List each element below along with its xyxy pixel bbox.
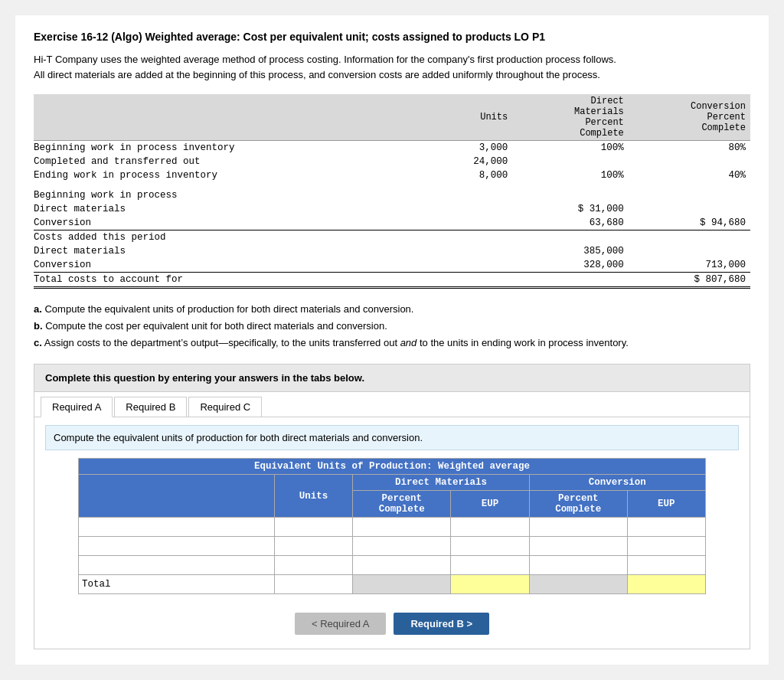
dm-cost-conv <box>629 202 750 216</box>
tab-required-a[interactable]: Required A <box>41 397 113 417</box>
equiv-row3-dm-pct[interactable] <box>353 556 451 575</box>
equiv-row-3 <box>79 556 706 575</box>
equiv-row2-label-input[interactable] <box>83 539 270 553</box>
instructions: a. Compute the equivalent units of produ… <box>34 301 750 351</box>
equiv-row2-label[interactable] <box>79 537 275 556</box>
equiv-empty-header <box>79 475 275 518</box>
equiv-row3-dm-eup[interactable] <box>451 556 529 575</box>
completed-units: 24,000 <box>411 155 513 168</box>
total-dm-pct-blank <box>353 575 451 594</box>
conv-added-label: Conversion <box>34 258 411 273</box>
equiv-row1-units-input[interactable] <box>279 520 348 534</box>
tab-required-b[interactable]: Required B <box>114 397 187 417</box>
equiv-row1-conv-eup[interactable] <box>627 518 705 537</box>
total-costs-label: Total costs to account for <box>34 273 411 288</box>
dm-added-label: Direct materials <box>34 244 411 258</box>
equiv-row2-units-input[interactable] <box>279 539 348 553</box>
col-dm-header: Direct Materials Percent Complete <box>512 94 629 141</box>
equiv-row-1 <box>79 518 706 537</box>
total-units-input[interactable] <box>279 577 348 591</box>
equiv-row1-label-input[interactable] <box>83 520 270 534</box>
total-conv-eup-input[interactable] <box>632 577 701 591</box>
complete-prompt: Complete this question by entering your … <box>34 364 750 392</box>
col-units-header: Units <box>411 94 513 141</box>
equiv-row3-dm-eup-input[interactable] <box>456 558 524 572</box>
instruction-c2: to the units in ending work in process i… <box>416 337 629 348</box>
equiv-row1-conv-pct-input[interactable] <box>534 520 622 534</box>
tab-a-instruction: Compute the equivalent units of producti… <box>45 425 739 450</box>
instruction-c-label: c. <box>34 337 42 348</box>
info-table: Units Direct Materials Percent Complete … <box>34 94 750 289</box>
equiv-row1-dm-eup[interactable] <box>451 518 529 537</box>
equiv-row1-units[interactable] <box>274 518 352 537</box>
tabs-container: Required A Required B Required C Compute… <box>34 392 750 649</box>
dm-cost-label: Direct materials <box>34 202 411 216</box>
equiv-row3-label[interactable] <box>79 556 275 575</box>
equiv-row3-label-input[interactable] <box>83 558 270 572</box>
equiv-row1-label[interactable] <box>79 518 275 537</box>
equiv-row3-conv-eup[interactable] <box>627 556 705 575</box>
costs-added-label: Costs added this period <box>34 230 411 245</box>
row-completed: Completed and transferred out 24,000 <box>34 155 750 168</box>
row-total-costs: Total costs to account for $ 807,680 <box>34 273 750 288</box>
instruction-a: Compute the equivalent units of producti… <box>44 303 413 315</box>
equiv-row2-dm-pct[interactable] <box>353 537 451 556</box>
tab-required-c[interactable]: Required C <box>188 397 262 417</box>
dm-cost-value: $ 31,000 <box>512 202 629 216</box>
instruction-b: Compute the cost per equivalent unit for… <box>45 320 387 332</box>
bottom-buttons: < Required A Required B > <box>45 605 739 641</box>
instruction-b-label: b. <box>34 320 43 332</box>
equiv-row1-dm-pct[interactable] <box>353 518 451 537</box>
equiv-conv-header: Conversion <box>529 475 705 491</box>
equiv-row1-conv-eup-input[interactable] <box>632 520 701 534</box>
equiv-row3-dm-pct-input[interactable] <box>358 558 446 572</box>
prev-button[interactable]: < Required A <box>295 613 387 635</box>
equiv-row1-dm-pct-input[interactable] <box>358 520 446 534</box>
dm-added-conv <box>629 244 750 258</box>
equiv-row3-units-input[interactable] <box>279 558 348 572</box>
col-conv-header: Conversion Percent Complete <box>629 94 750 141</box>
completed-dm <box>512 155 629 168</box>
equiv-row3-conv-pct-input[interactable] <box>534 558 622 572</box>
desc1: Hi-T Company uses the weighted average m… <box>34 54 616 65</box>
bwip-dm: 100% <box>512 141 629 155</box>
equiv-row2-conv-eup-input[interactable] <box>632 539 701 553</box>
equiv-row3-units[interactable] <box>274 556 352 575</box>
instruction-a-label: a. <box>34 303 42 315</box>
next-button[interactable]: Required B > <box>394 613 489 635</box>
equiv-units-table: Equivalent Units of Production: Weighted… <box>78 458 706 594</box>
equiv-row2-conv-eup[interactable] <box>627 537 705 556</box>
equiv-dm-pct-header: Percent Complete <box>353 491 451 518</box>
equiv-dm-header: Direct Materials <box>353 475 529 491</box>
ewip-label: Ending work in process inventory <box>34 168 411 182</box>
equiv-row2-dm-pct-input[interactable] <box>358 539 446 553</box>
bwip-label: Beginning work in process inventory <box>34 141 411 155</box>
total-dm-eup-input[interactable] <box>456 577 524 591</box>
equiv-dm-eup-header: EUP <box>451 491 529 518</box>
equiv-row2-conv-pct-input[interactable] <box>534 539 622 553</box>
conv-added-dm: 328,000 <box>512 258 629 273</box>
equiv-row3-conv-pct[interactable] <box>529 556 627 575</box>
row-ewip: Ending work in process inventory 8,000 1… <box>34 168 750 182</box>
bwip-costs-label: Beginning work in process <box>34 188 411 202</box>
equiv-row1-conv-pct[interactable] <box>529 518 627 537</box>
equiv-conv-eup-header: EUP <box>627 491 705 518</box>
description: Hi-T Company uses the weighted average m… <box>34 52 750 82</box>
total-conv-eup-cell[interactable] <box>627 575 705 594</box>
equiv-row2-units[interactable] <box>274 537 352 556</box>
equiv-row2-dm-eup-input[interactable] <box>456 539 524 553</box>
total-units-cell[interactable] <box>274 575 352 594</box>
desc2: All direct materials are added at the be… <box>34 69 600 80</box>
total-dm-eup-cell[interactable] <box>451 575 529 594</box>
dm-added-value: 385,000 <box>512 244 629 258</box>
ewip-conv: 40% <box>629 168 750 182</box>
conv-cost-value: $ 94,680 <box>629 216 750 230</box>
page-title: Exercise 16-12 (Algo) Weighted average: … <box>34 31 750 43</box>
equiv-row1-dm-eup-input[interactable] <box>456 520 524 534</box>
row-bwip-costs-header: Beginning work in process <box>34 188 750 202</box>
equiv-table-title: Equivalent Units of Production: Weighted… <box>79 459 706 475</box>
equiv-row-2 <box>79 537 706 556</box>
equiv-row2-conv-pct[interactable] <box>529 537 627 556</box>
equiv-row3-conv-eup-input[interactable] <box>632 558 701 572</box>
equiv-row2-dm-eup[interactable] <box>451 537 529 556</box>
